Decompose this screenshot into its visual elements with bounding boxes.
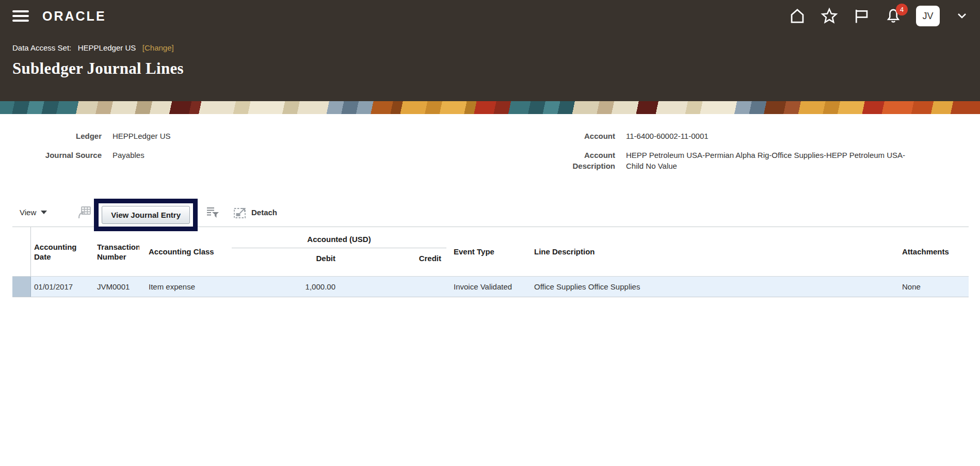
app-header: ORACLE <box>0 0 980 114</box>
column-header-debit[interactable]: Debit <box>232 248 341 276</box>
cell-debit: 1,000.00 <box>232 282 341 291</box>
account-description-value: HEPP Petroleum USA-Permian Alpha Rig-Off… <box>626 150 913 171</box>
page-title: Subledger Journal Lines <box>0 52 980 78</box>
summary-region: Ledger HEPPLedger US Journal Source Paya… <box>0 114 980 171</box>
notification-badge: 4 <box>896 4 908 15</box>
account-value: 11-6400-60002-11-0001 <box>626 131 913 141</box>
view-menu-button[interactable]: View <box>20 208 47 217</box>
account-description-label: Account Description <box>551 150 615 171</box>
journal-source-label: Journal Source <box>12 150 102 160</box>
go-to-journal-icon[interactable] <box>77 206 91 219</box>
decorative-banner-stripe <box>0 101 980 114</box>
cell-line-description: Office Supplies Office Supplies <box>529 282 893 291</box>
cell-accounting-class: Item expense <box>146 282 232 291</box>
chevron-down-icon[interactable] <box>957 13 967 19</box>
column-header-accounting-date[interactable]: Accounting Date <box>31 242 94 262</box>
home-icon[interactable] <box>788 7 807 25</box>
cell-attachments: None <box>893 282 969 291</box>
column-header-attachments[interactable]: Attachments <box>893 247 969 256</box>
avatar[interactable]: JV <box>916 6 940 26</box>
summary-left-column: Ledger HEPPLedger US Journal Source Paya… <box>12 131 171 171</box>
ledger-label: Ledger <box>12 131 102 141</box>
column-header-transaction-number[interactable]: Transaction Number <box>94 242 146 262</box>
cell-transaction-number: JVM0001 <box>94 282 146 291</box>
column-header-event-type[interactable]: Event Type <box>446 247 529 256</box>
column-header-accounting-class[interactable]: Accounting Class <box>146 247 232 256</box>
highlight-box: View Journal Entry <box>94 199 198 231</box>
row-header-gutter <box>12 227 31 276</box>
journal-lines-table: Accounting Date Transaction Number Accou… <box>12 227 969 297</box>
view-journal-entry-button[interactable]: View Journal Entry <box>102 206 190 224</box>
summary-right-column: Account 11-6400-60002-11-0001 Account De… <box>551 131 913 171</box>
table-header-row: Accounting Date Transaction Number Accou… <box>12 227 969 276</box>
notifications-bell-icon[interactable]: 4 <box>884 7 903 25</box>
topbar-icons: 4 JV <box>788 6 967 26</box>
view-menu-label: View <box>20 208 36 217</box>
column-header-credit[interactable]: Credit <box>341 248 446 276</box>
ledger-value: HEPPLedger US <box>113 131 171 141</box>
data-access-set: Data Access Set: HEPPLedger US [Change] <box>0 32 980 52</box>
cell-accounting-date: 01/01/2017 <box>31 282 94 291</box>
column-header-line-description[interactable]: Line Description <box>529 247 893 256</box>
table-row[interactable]: 01/01/2017 JVM0001 Item expense 1,000.00… <box>12 276 969 297</box>
account-label: Account <box>551 131 615 141</box>
cell-event-type: Invoice Validated <box>446 282 529 291</box>
topbar: ORACLE <box>0 0 980 32</box>
query-by-example-icon[interactable] <box>206 206 220 219</box>
change-link[interactable]: [Change] <box>142 43 174 52</box>
journal-source-value: Payables <box>113 150 171 160</box>
oracle-logo: ORACLE <box>42 9 106 24</box>
caret-down-icon <box>41 211 47 214</box>
detach-icon <box>233 206 247 219</box>
menu-icon[interactable] <box>12 8 29 24</box>
row-selector-gutter[interactable] <box>12 277 31 297</box>
data-access-set-label: Data Access Set: <box>12 43 71 52</box>
data-access-set-value: HEPPLedger US <box>78 43 136 52</box>
flag-icon[interactable] <box>852 7 871 25</box>
detach-button[interactable]: Detach <box>233 206 277 219</box>
favorites-star-icon[interactable] <box>820 7 839 25</box>
detach-label: Detach <box>251 208 277 217</box>
table-toolbar: View View Journal Entry Detach <box>0 194 980 231</box>
